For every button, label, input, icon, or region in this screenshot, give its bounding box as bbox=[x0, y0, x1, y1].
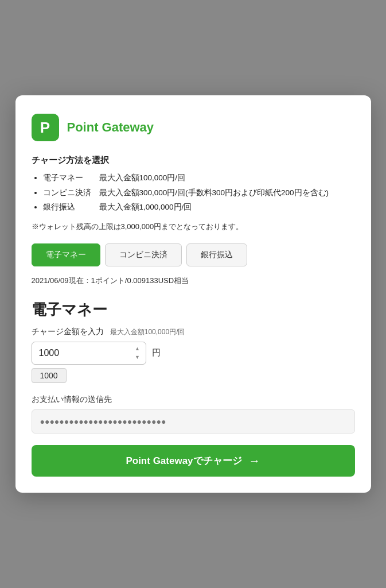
bullet-konbini: コンビニ決済 最大入金額300,000円/回(手数料300円および印紙代200円… bbox=[43, 187, 355, 199]
send-destination-label: お支払い情報の送信先 bbox=[32, 394, 355, 405]
amount-input-wrap: ▲ ▼ bbox=[32, 342, 146, 365]
amount-input[interactable] bbox=[32, 342, 146, 365]
yen-label: 円 bbox=[152, 347, 161, 358]
tab-group: 電子マネー コンビニ決済 銀行振込 bbox=[32, 243, 355, 266]
charge-method-section: チャージ方法を選択 電子マネー 最大入金額100,000円/回 コンビニ決済 最… bbox=[32, 155, 355, 232]
submit-arrow-icon: → bbox=[249, 454, 260, 467]
modal-container: P Point Gateway チャージ方法を選択 電子マネー 最大入金額100… bbox=[15, 95, 371, 493]
logo-icon: P bbox=[32, 114, 59, 141]
bullet-emoney: 電子マネー 最大入金額100,000円/回 bbox=[43, 172, 355, 184]
wallet-limit-note: ※ウォレット残高の上限は3,000,000円までとなっております。 bbox=[32, 222, 355, 232]
send-destination-input bbox=[32, 409, 355, 434]
emoney-title: 電子マネー bbox=[32, 300, 355, 320]
tab-emoney[interactable]: 電子マネー bbox=[32, 243, 100, 266]
spinner-down[interactable]: ▼ bbox=[132, 353, 143, 361]
header: P Point Gateway bbox=[32, 114, 355, 141]
amount-input-label: チャージ金額を入力 最大入金額100,000円/回 bbox=[32, 327, 355, 337]
emoney-section: 電子マネー チャージ金額を入力 最大入金額100,000円/回 ▲ ▼ 円 10… bbox=[32, 300, 355, 477]
charge-method-title: チャージ方法を選択 bbox=[32, 155, 355, 166]
tab-konbini[interactable]: コンビニ決済 bbox=[105, 243, 182, 266]
bullet-bank: 銀行振込 最大入金額1,000,000円/回 bbox=[43, 201, 355, 214]
tab-bank[interactable]: 銀行振込 bbox=[186, 243, 247, 266]
autocomplete-suggestion[interactable]: 1000 bbox=[32, 368, 67, 383]
submit-charge-button[interactable]: Point Gatewayでチャージ → bbox=[32, 445, 355, 477]
app-title: Point Gateway bbox=[67, 120, 154, 135]
submit-label: Point Gatewayでチャージ bbox=[126, 454, 241, 467]
charge-method-list: 電子マネー 最大入金額100,000円/回 コンビニ決済 最大入金額300,00… bbox=[32, 172, 355, 214]
rate-text: 2021/06/09現在：1ポイント/0.009133USD相当 bbox=[32, 276, 355, 286]
amount-input-row: ▲ ▼ 円 bbox=[32, 342, 355, 365]
spinner-buttons: ▲ ▼ bbox=[132, 345, 143, 361]
spinner-up[interactable]: ▲ bbox=[132, 345, 143, 353]
